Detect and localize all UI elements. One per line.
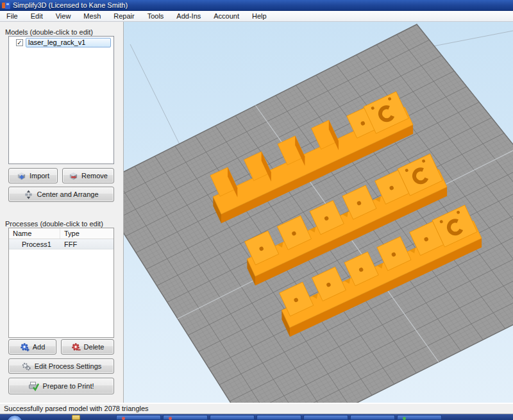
models-panel-label: Models (double-click to edit) [5, 28, 93, 36]
taskbar-button[interactable] [303, 415, 348, 420]
app-red-icon [169, 417, 172, 420]
app-window: Simplify3D (Licensed to Kane Smith) File… [0, 0, 513, 420]
app-green-icon [403, 417, 406, 420]
printer-check-icon [28, 382, 39, 391]
taskbar-button[interactable] [397, 415, 442, 420]
process-row[interactable]: Process1 FFF [9, 239, 114, 249]
menu-item-tools[interactable]: Tools [141, 11, 171, 21]
add-button-label: Add [33, 343, 46, 351]
remove-button[interactable]: Remove [62, 168, 114, 183]
windows-taskbar[interactable] [0, 414, 513, 420]
models-list[interactable]: ✓ laser_leg_rack_v1 [8, 36, 114, 164]
menu-item-account[interactable]: Account [207, 11, 246, 21]
window-title: Simplify3D (Licensed to Kane Smith) [13, 1, 128, 9]
edit-process-settings-label: Edit Process Settings [35, 362, 102, 370]
menu-item-help[interactable]: Help [246, 11, 273, 21]
taskbar-button[interactable] [116, 415, 161, 420]
menu-item-view[interactable]: View [49, 11, 78, 21]
folder-taskbar-icon[interactable] [72, 415, 80, 420]
menu-bar: FileEditViewMeshRepairToolsAdd-InsAccoun… [0, 11, 513, 22]
center-arrange-icon [24, 190, 33, 199]
status-bar: Successfully parsed model with 2078 tria… [0, 403, 513, 414]
menu-item-file[interactable]: File [0, 11, 24, 21]
center-arrange-label: Center and Arrange [37, 190, 98, 198]
add-gear-icon [20, 342, 29, 352]
remove-button-label: Remove [81, 172, 108, 180]
column-header-name[interactable]: Name [9, 228, 60, 239]
app-icon [2, 2, 10, 9]
app-red-icon [122, 417, 125, 420]
menu-item-mesh[interactable]: Mesh [77, 11, 107, 21]
taskbar-button[interactable] [350, 415, 395, 420]
taskbar-button[interactable] [210, 415, 255, 420]
title-bar[interactable]: Simplify3D (Licensed to Kane Smith) [0, 0, 513, 11]
prepare-to-print-label: Prepare to Print! [42, 382, 94, 390]
delete-process-button[interactable]: Delete [61, 339, 114, 355]
process-type-cell: FFF [60, 239, 114, 249]
sidebar: Models (double-click to edit) ✓ laser_le… [0, 22, 124, 403]
taskbar-button[interactable] [256, 415, 301, 420]
process-name-cell: Process1 [9, 239, 60, 249]
prepare-to-print-button[interactable]: Prepare to Print! [8, 378, 114, 394]
import-button-label: Import [29, 172, 49, 180]
model-list-item[interactable]: ✓ laser_leg_rack_v1 [10, 38, 112, 47]
processes-table[interactable]: Name Type Process1 FFF [8, 228, 114, 338]
remove-icon [69, 171, 78, 181]
processes-table-header: Name Type [9, 228, 114, 239]
start-orb-icon[interactable] [6, 415, 23, 420]
processes-panel-label: Processes (double-click to edit) [5, 220, 103, 228]
status-message: Successfully parsed model with 2078 tria… [0, 405, 149, 412]
taskbar-button[interactable] [163, 415, 208, 420]
model-checkbox[interactable]: ✓ [16, 39, 23, 46]
delete-button-label: Delete [84, 343, 105, 351]
gears-icon [21, 362, 31, 371]
column-header-type[interactable]: Type [60, 228, 114, 239]
menu-item-repair[interactable]: Repair [107, 11, 140, 21]
import-button[interactable]: Import [8, 168, 58, 183]
viewport-canvas[interactable] [124, 22, 513, 403]
center-arrange-button[interactable]: Center and Arrange [8, 187, 114, 202]
add-process-button[interactable]: Add [8, 339, 56, 355]
menu-item-edit[interactable]: Edit [24, 11, 49, 21]
edit-process-settings-button[interactable]: Edit Process Settings [8, 358, 114, 374]
viewport-3d[interactable] [124, 22, 513, 403]
delete-gear-icon [71, 342, 81, 352]
model-item-label[interactable]: laser_leg_rack_v1 [26, 38, 111, 47]
import-icon [17, 171, 26, 181]
menu-item-addins[interactable]: Add-Ins [170, 11, 207, 21]
